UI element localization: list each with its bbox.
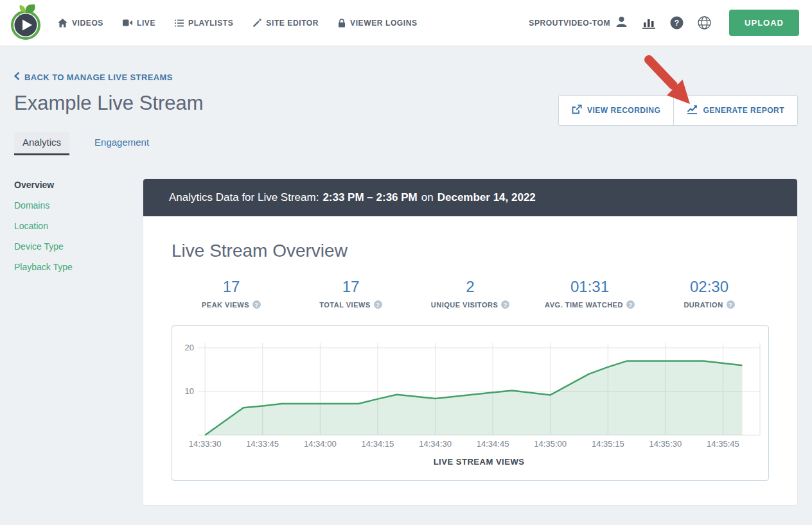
sproutvideo-logo[interactable] bbox=[8, 4, 44, 42]
svg-text:?: ? bbox=[675, 19, 679, 28]
globe-icon[interactable] bbox=[698, 16, 711, 30]
stat-value: 02:30 bbox=[649, 278, 769, 296]
stat-label: AVG. TIME WATCHED bbox=[545, 301, 623, 309]
svg-text:14:33:30: 14:33:30 bbox=[189, 439, 222, 449]
overview-section: Live Stream Overview 17 PEAK VIEWS? 17 T… bbox=[143, 216, 797, 505]
stat-label: TOTAL VIEWS bbox=[319, 301, 370, 309]
sidebar-item-device-type[interactable]: Device Type bbox=[14, 241, 143, 252]
stat-total-views: 17 TOTAL VIEWS? bbox=[291, 278, 410, 309]
user-icon bbox=[615, 16, 628, 30]
live-stream-views-chart: 102014:33:3014:33:4514:34:0014:34:1514:3… bbox=[172, 325, 769, 481]
stat-label: DURATION bbox=[684, 301, 723, 309]
nav-item-live[interactable]: LIVE bbox=[123, 19, 155, 28]
svg-text:LIVE STREAM VIEWS: LIVE STREAM VIEWS bbox=[434, 457, 525, 467]
stat-label: PEAK VIEWS bbox=[202, 301, 249, 309]
stat-unique-visitors: 2 UNIQUE VISITORS? bbox=[410, 278, 530, 309]
svg-text:14:35:00: 14:35:00 bbox=[534, 439, 567, 449]
camera-icon bbox=[123, 19, 132, 26]
svg-text:14:34:15: 14:34:15 bbox=[362, 439, 394, 449]
wand-icon bbox=[252, 19, 261, 28]
playlist-icon bbox=[175, 19, 184, 27]
analytics-icon[interactable] bbox=[642, 17, 656, 29]
nav-item-videos[interactable]: VIDEOS bbox=[58, 19, 103, 28]
analytics-banner: Analytics Data for Live Stream: 2:33 PM … bbox=[143, 179, 797, 216]
sidebar-item-overview[interactable]: Overview bbox=[14, 180, 143, 190]
stat-value: 2 bbox=[410, 278, 530, 296]
account-menu[interactable]: SPROUTVIDEO-TOM bbox=[529, 16, 628, 30]
nav-item-site-editor[interactable]: SITE EDITOR bbox=[252, 19, 319, 28]
area-chart-svg: 102014:33:3014:33:4514:34:0014:34:1514:3… bbox=[172, 326, 768, 480]
nav-item-label: LIVE bbox=[137, 19, 155, 28]
svg-text:20: 20 bbox=[185, 343, 195, 352]
nav-item-playlists[interactable]: PLAYLISTS bbox=[175, 19, 233, 28]
chevron-left-icon bbox=[14, 72, 20, 82]
stat-duration: 02:30 DURATION? bbox=[649, 278, 769, 309]
stream-tabs: Analytics Engagement bbox=[0, 132, 812, 155]
sidebar-item-domains[interactable]: Domains bbox=[14, 200, 143, 211]
generate-report-label: GENERATE REPORT bbox=[703, 106, 784, 115]
svg-text:14:34:30: 14:34:30 bbox=[419, 439, 452, 449]
nav-item-label: VIEWER LOGINS bbox=[350, 19, 417, 28]
stat-value: 17 bbox=[172, 278, 291, 296]
nav-item-viewer-logins[interactable]: VIEWER LOGINS bbox=[338, 19, 417, 28]
view-recording-label: VIEW RECORDING bbox=[587, 106, 660, 115]
svg-text:14:35:45: 14:35:45 bbox=[707, 439, 739, 449]
help-tooltip-icon[interactable]: ? bbox=[626, 300, 635, 309]
account-label: SPROUTVIDEO-TOM bbox=[529, 19, 610, 28]
back-link-label: BACK TO MANAGE LIVE STREAMS bbox=[24, 73, 173, 82]
help-icon[interactable]: ? bbox=[670, 16, 684, 30]
banner-connector: on bbox=[421, 191, 434, 204]
help-tooltip-icon[interactable]: ? bbox=[252, 300, 261, 309]
help-tooltip-icon[interactable]: ? bbox=[727, 300, 735, 309]
svg-text:14:35:30: 14:35:30 bbox=[649, 439, 682, 449]
stats-row: 17 PEAK VIEWS? 17 TOTAL VIEWS? 2 UNIQUE … bbox=[172, 278, 769, 309]
nav-item-label: VIDEOS bbox=[72, 19, 103, 28]
help-tooltip-icon[interactable]: ? bbox=[501, 300, 509, 309]
lock-icon bbox=[338, 19, 346, 28]
nav-right-cluster: SPROUTVIDEO-TOM ? UPLOAD bbox=[529, 10, 799, 36]
report-icon bbox=[687, 105, 698, 116]
generate-report-button[interactable]: GENERATE REPORT bbox=[674, 96, 797, 125]
nav-item-label: PLAYLISTS bbox=[188, 19, 233, 28]
main-menu: VIDEOS LIVE PLAYLISTS SITE EDITOR VIEWER… bbox=[58, 19, 418, 28]
banner-date: December 14, 2022 bbox=[437, 191, 536, 204]
analytics-card: Analytics Data for Live Stream: 2:33 PM … bbox=[143, 178, 798, 506]
svg-text:10: 10 bbox=[185, 386, 195, 396]
upload-button[interactable]: UPLOAD bbox=[729, 10, 799, 36]
sidebar-item-playback-type[interactable]: Playback Type bbox=[14, 262, 143, 272]
stat-value: 17 bbox=[291, 278, 410, 296]
svg-text:14:35:15: 14:35:15 bbox=[592, 439, 624, 449]
view-recording-button[interactable]: VIEW RECORDING bbox=[559, 96, 674, 125]
top-navigation: VIDEOS LIVE PLAYLISTS SITE EDITOR VIEWER… bbox=[0, 0, 812, 46]
banner-prefix: Analytics Data for Live Stream: bbox=[169, 191, 319, 204]
banner-time-range: 2:33 PM – 2:36 PM bbox=[322, 191, 417, 204]
analytics-sidebar: Overview Domains Location Device Type Pl… bbox=[14, 178, 143, 506]
page-head: BACK TO MANAGE LIVE STREAMS Example Live… bbox=[0, 46, 812, 115]
nav-item-label: SITE EDITOR bbox=[266, 19, 319, 28]
stat-value: 01:31 bbox=[530, 278, 649, 296]
stat-label: UNIQUE VISITORS bbox=[431, 301, 498, 309]
tab-engagement[interactable]: Engagement bbox=[86, 132, 157, 155]
back-link[interactable]: BACK TO MANAGE LIVE STREAMS bbox=[14, 72, 173, 82]
tab-analytics[interactable]: Analytics bbox=[14, 132, 69, 155]
section-title: Live Stream Overview bbox=[172, 241, 769, 261]
svg-text:14:34:00: 14:34:00 bbox=[304, 439, 337, 449]
svg-text:14:33:45: 14:33:45 bbox=[246, 439, 279, 449]
sidebar-item-location[interactable]: Location bbox=[14, 221, 143, 231]
stat-peak-views: 17 PEAK VIEWS? bbox=[172, 278, 291, 309]
home-icon bbox=[58, 19, 67, 28]
help-tooltip-icon[interactable]: ? bbox=[374, 300, 382, 309]
stat-avg-time-watched: 01:31 AVG. TIME WATCHED? bbox=[530, 278, 649, 309]
svg-text:14:34:45: 14:34:45 bbox=[477, 439, 509, 449]
stream-action-buttons: VIEW RECORDING GENERATE REPORT bbox=[558, 95, 798, 126]
export-icon bbox=[572, 105, 582, 116]
analytics-content: Overview Domains Location Device Type Pl… bbox=[0, 178, 812, 517]
